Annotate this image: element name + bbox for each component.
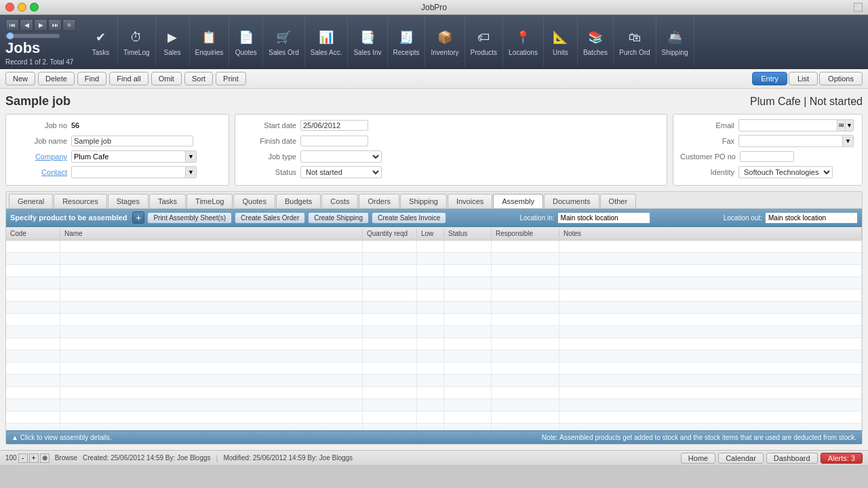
action-btn-omit[interactable]: Omit (151, 72, 182, 85)
email-icon[interactable]: ✉ (837, 120, 845, 131)
toolbar-item-products[interactable]: 🏷 Products (465, 18, 503, 66)
table-row[interactable] (6, 326, 862, 338)
zoom-down-button[interactable]: - (18, 453, 28, 463)
content-tab-general[interactable]: General (9, 194, 53, 208)
print-assembly-button[interactable]: Print Assembly Sheet(s) (147, 212, 232, 224)
location-out-input[interactable] (765, 212, 858, 224)
view-tab-options[interactable]: Options (819, 72, 863, 85)
input-contact[interactable] (72, 167, 185, 177)
dashboard-button[interactable]: Dashboard (766, 453, 818, 464)
action-btn-find[interactable]: Find (77, 72, 106, 85)
input-finish-date[interactable] (300, 136, 368, 146)
content-tab-invoices[interactable]: Invoices (448, 194, 492, 208)
nav-buttons[interactable]: ⏮ ◀ ▶ ⏭ ≡ (5, 19, 76, 31)
action-btn-print[interactable]: Print (216, 72, 246, 85)
toolbar-item-quotes[interactable]: 📄 Quotes (229, 18, 263, 66)
fax-browse-icon[interactable]: ▼ (842, 136, 853, 146)
content-tab-quotes[interactable]: Quotes (233, 194, 275, 208)
nav-slider[interactable] (5, 34, 60, 38)
content-tab-tasks[interactable]: Tasks (149, 194, 186, 208)
table-row[interactable] (6, 338, 862, 350)
content-tab-budgets[interactable]: Budgets (276, 194, 321, 208)
calendar-button[interactable]: Calendar (718, 453, 764, 464)
content-tab-assembly[interactable]: Assembly (493, 194, 543, 208)
table-row[interactable] (6, 363, 862, 375)
table-row[interactable] (6, 302, 862, 314)
table-row[interactable] (6, 277, 862, 289)
create-sales-order-button[interactable]: Create Sales Order (235, 212, 305, 224)
location-in-input[interactable] (557, 212, 650, 224)
toolbar-item-batches[interactable]: 📚 Batches (578, 18, 614, 66)
content-tab-stages[interactable]: Stages (108, 194, 149, 208)
toolbar-item-units[interactable]: 📐 Units (544, 18, 578, 66)
table-row[interactable] (6, 375, 862, 387)
toolbar-item-inventory[interactable]: 📦 Inventory (425, 18, 465, 66)
alerts-button[interactable]: Alerts: 3 (821, 453, 863, 464)
toolbar-item-tasks[interactable]: ✔ Tasks (84, 18, 118, 66)
view-tab-entry[interactable]: Entry (752, 72, 787, 85)
content-tab-shipping[interactable]: Shipping (400, 194, 447, 208)
table-row[interactable] (6, 241, 862, 253)
minimize-button[interactable] (18, 3, 26, 12)
table-row[interactable] (6, 399, 862, 411)
nav-next-button[interactable]: ▶ (34, 19, 47, 31)
select-status[interactable]: Not started (300, 166, 382, 178)
nav-list-button[interactable]: ≡ (62, 19, 76, 31)
action-btn-delete[interactable]: Delete (38, 72, 75, 85)
window-controls[interactable] (5, 3, 39, 12)
input-company[interactable] (72, 152, 185, 161)
content-tab-resources[interactable]: Resources (54, 194, 107, 208)
create-sales-invoice-button[interactable]: Create Sales Invoice (372, 212, 446, 224)
content-tab-costs[interactable]: Costs (321, 194, 358, 208)
zoom-up-button[interactable]: + (29, 453, 39, 463)
table-row[interactable] (6, 314, 862, 326)
action-btn-find-all[interactable]: Find all (109, 72, 148, 85)
input-job-name[interactable] (71, 136, 193, 146)
input-fax[interactable] (739, 136, 842, 146)
toolbar-item-timelog[interactable]: ⏱ TimeLog (118, 18, 156, 66)
contact-browse-icon[interactable]: ▼ (185, 167, 196, 178)
table-row[interactable] (6, 411, 862, 424)
content-tab-timelog[interactable]: TimeLog (186, 194, 233, 208)
content-tab-documents[interactable]: Documents (544, 194, 599, 208)
label-contact[interactable]: Contact (13, 168, 67, 176)
table-row[interactable] (6, 424, 862, 430)
toolbar-item-purch_ord[interactable]: 🛍 Purch Ord (614, 18, 656, 66)
close-button[interactable] (5, 3, 14, 12)
input-email[interactable] (739, 121, 837, 130)
content-tab-other[interactable]: Other (600, 194, 637, 208)
table-row[interactable] (6, 253, 862, 265)
zoom-reset-button[interactable]: ⊕ (40, 453, 50, 463)
input-customer-po[interactable] (740, 151, 794, 162)
toolbar-item-shipping[interactable]: 🚢 Shipping (656, 18, 694, 66)
label-company[interactable]: Company (13, 152, 67, 161)
table-row[interactable] (6, 289, 862, 302)
nav-first-button[interactable]: ⏮ (5, 19, 19, 31)
nav-prev-button[interactable]: ◀ (20, 19, 33, 31)
home-button[interactable]: Home (681, 453, 715, 464)
email-browse-icon[interactable]: ▼ (845, 120, 853, 131)
table-row[interactable] (6, 350, 862, 363)
toolbar-item-receipts[interactable]: 🧾 Receipts (388, 18, 426, 66)
company-browse-icon[interactable]: ▼ (185, 151, 196, 162)
toolbar-item-sales_ord[interactable]: 🛒 Sales Ord (263, 18, 304, 66)
footer-click-text[interactable]: ▲ Click to view assembly details. (12, 434, 536, 441)
nav-last-button[interactable]: ⏭ (48, 19, 62, 31)
maximize-button[interactable] (30, 3, 39, 12)
input-start-date[interactable] (300, 120, 368, 131)
toolbar-item-sales_inv[interactable]: 📑 Sales Inv (348, 18, 387, 66)
toolbar-item-locations[interactable]: 📍 Locations (503, 18, 544, 66)
action-btn-new[interactable]: New (5, 72, 35, 85)
resize-handle[interactable] (854, 3, 863, 12)
create-shipping-button[interactable]: Create Shipping (308, 212, 369, 224)
toolbar-item-sales[interactable]: ▶ Sales (156, 18, 190, 66)
content-tab-orders[interactable]: Orders (359, 194, 399, 208)
add-assembly-button[interactable]: + (132, 211, 144, 224)
action-btn-sort[interactable]: Sort (184, 72, 213, 85)
view-tab-list[interactable]: List (789, 72, 818, 85)
toolbar-item-sales_acc[interactable]: 📊 Sales Acc. (305, 18, 349, 66)
select-identity[interactable]: Softouch Technologies (738, 166, 833, 178)
toolbar-item-enquiries[interactable]: 📋 Enquiries (190, 18, 230, 66)
table-row[interactable] (6, 265, 862, 277)
select-job-type[interactable] (300, 150, 382, 163)
